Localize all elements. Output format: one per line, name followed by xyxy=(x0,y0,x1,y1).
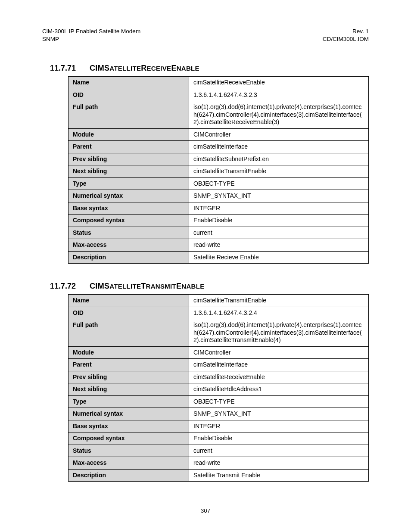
property-value: INTEGER xyxy=(189,202,369,215)
property-value: current xyxy=(189,227,369,239)
property-label: OID xyxy=(68,307,189,319)
property-value: OBJECT-TYPE xyxy=(189,395,369,408)
header-product: CiM-300L IP Enabled Satellite Modem xyxy=(42,28,140,35)
table-row: DescriptionSatellite Transmit Enable xyxy=(68,469,369,482)
property-value: cimSatelliteReceiveEnable xyxy=(189,77,369,89)
property-value: INTEGER xyxy=(189,420,369,432)
property-value: iso(1).org(3).dod(6).internet(1).private… xyxy=(189,319,369,347)
property-label: Numerical syntax xyxy=(68,408,189,420)
property-value: SNMP_SYNTAX_INT xyxy=(189,190,369,202)
table-row: Full pathiso(1).org(3).dod(6).internet(1… xyxy=(68,101,369,129)
title-prefix: CIM xyxy=(90,282,104,290)
table-row: DescriptionSatellite Recieve Enable xyxy=(68,251,369,264)
table-row: Full pathiso(1).org(3).dod(6).internet(1… xyxy=(68,319,369,347)
property-value: cimSatelliteReceiveEnable xyxy=(189,371,369,383)
table-row: TypeOBJECT-TYPE xyxy=(68,395,369,408)
table-row: NamecimSatelliteReceiveEnable xyxy=(68,77,369,89)
property-value: Satellite Transmit Enable xyxy=(189,469,369,482)
property-label: Max-access xyxy=(68,457,189,470)
property-label: Parent xyxy=(68,141,189,153)
table-row: OID1.3.6.1.4.1.6247.4.3.2.4 xyxy=(68,307,369,319)
property-value: read-write xyxy=(189,239,369,252)
property-value: 1.3.6.1.4.1.6247.4.3.2.3 xyxy=(189,89,369,101)
section-2-title: CIMSATELLITETRANSMITENABLE xyxy=(90,282,204,291)
title-cap: S xyxy=(104,64,109,72)
property-value: cimSatelliteTransmitEnable xyxy=(189,295,369,307)
section-1-tbody: NamecimSatelliteReceiveEnableOID1.3.6.1.… xyxy=(68,77,369,264)
property-value: EnableDisable xyxy=(189,432,369,445)
property-label: Max-access xyxy=(68,239,189,252)
property-label: Full path xyxy=(68,101,189,129)
table-row: Composed syntaxEnableDisable xyxy=(68,215,369,227)
property-label: Type xyxy=(68,177,189,190)
property-label: Type xyxy=(68,395,189,408)
title-cap: T xyxy=(141,282,146,290)
table-row: ParentcimSatelliteInterface xyxy=(68,141,369,153)
header-section: SNMP xyxy=(42,35,140,43)
section-2-tbody: NamecimSatelliteTransmitEnableOID1.3.6.1… xyxy=(68,295,369,482)
title-sc: ATELLITE xyxy=(109,283,141,290)
section-1-table: NamecimSatelliteReceiveEnableOID1.3.6.1.… xyxy=(68,76,369,264)
title-prefix: CIM xyxy=(90,64,104,72)
section-1-heading: 11.7.71 CIMSATELLITERECEIVEENABLE xyxy=(50,64,369,73)
table-row: OID1.3.6.1.4.1.6247.4.3.2.3 xyxy=(68,89,369,101)
property-label: Numerical syntax xyxy=(68,190,189,202)
table-row: Numerical syntaxSNMP_SYNTAX_INT xyxy=(68,408,369,420)
property-value: CIMController xyxy=(189,128,369,141)
title-cap: S xyxy=(104,282,109,290)
table-row: ParentcimSatelliteInterface xyxy=(68,359,369,371)
section-2-heading: 11.7.72 CIMSATELLITETRANSMITENABLE xyxy=(50,282,369,291)
header-docid: CD/CIM300L.IOM xyxy=(323,35,369,43)
property-label: Prev sibling xyxy=(68,371,189,383)
header-left: CiM-300L IP Enabled Satellite Modem SNMP xyxy=(42,28,140,43)
page-header: CiM-300L IP Enabled Satellite Modem SNMP… xyxy=(42,28,369,43)
table-row: Next siblingcimSatelliteHdlcAddress1 xyxy=(68,383,369,396)
section-2-table: NamecimSatelliteTransmitEnableOID1.3.6.1… xyxy=(68,294,369,482)
header-revision: Rev. 1 xyxy=(323,28,369,35)
property-value: 1.3.6.1.4.1.6247.4.3.2.4 xyxy=(189,307,369,319)
title-sc: RANSMIT xyxy=(146,283,176,290)
section-1-number: 11.7.71 xyxy=(50,64,76,73)
title-cap: E xyxy=(171,64,176,72)
page-number: 307 xyxy=(0,507,411,514)
property-label: Base syntax xyxy=(68,202,189,215)
property-label: Module xyxy=(68,346,189,359)
property-value: EnableDisable xyxy=(189,215,369,227)
property-value: read-write xyxy=(189,457,369,470)
section-1-title: CIMSATELLITERECEIVEENABLE xyxy=(90,64,199,73)
property-label: OID xyxy=(68,89,189,101)
table-row: Composed syntaxEnableDisable xyxy=(68,432,369,445)
property-label: Prev sibling xyxy=(68,153,189,165)
table-row: ModuleCIMController xyxy=(68,346,369,359)
section-2: 11.7.72 CIMSATELLITETRANSMITENABLE Namec… xyxy=(50,282,369,482)
title-sc: ECEIVE xyxy=(147,65,171,72)
property-value: CIMController xyxy=(189,346,369,359)
title-sc: NABLE xyxy=(177,65,199,72)
table-row: NamecimSatelliteTransmitEnable xyxy=(68,295,369,307)
table-row: Statuscurrent xyxy=(68,445,369,457)
property-label: Next sibling xyxy=(68,383,189,396)
property-value: cimSatelliteTransmitEnable xyxy=(189,165,369,178)
table-row: TypeOBJECT-TYPE xyxy=(68,177,369,190)
property-label: Status xyxy=(68,445,189,457)
property-label: Base syntax xyxy=(68,420,189,432)
property-value: iso(1).org(3).dod(6).internet(1).private… xyxy=(189,101,369,129)
title-sc: NABLE xyxy=(181,283,204,290)
property-value: cimSatelliteHdlcAddress1 xyxy=(189,383,369,396)
property-label: Name xyxy=(68,77,189,89)
property-label: Next sibling xyxy=(68,165,189,178)
title-cap: E xyxy=(176,282,181,290)
property-label: Full path xyxy=(68,319,189,347)
table-row: Next siblingcimSatelliteTransmitEnable xyxy=(68,165,369,178)
title-sc: ATELLITE xyxy=(109,65,141,72)
property-value: current xyxy=(189,445,369,457)
table-row: Max-accessread-write xyxy=(68,239,369,252)
property-label: Description xyxy=(68,251,189,264)
title-cap: R xyxy=(141,64,146,72)
header-right: Rev. 1 CD/CIM300L.IOM xyxy=(323,28,369,43)
section-1: 11.7.71 CIMSATELLITERECEIVEENABLE Nameci… xyxy=(50,64,369,264)
section-2-number: 11.7.72 xyxy=(50,282,76,291)
property-value: cimSatelliteInterface xyxy=(189,141,369,153)
property-value: cimSatelliteSubnetPrefixLen xyxy=(189,153,369,165)
table-row: Max-accessread-write xyxy=(68,457,369,470)
